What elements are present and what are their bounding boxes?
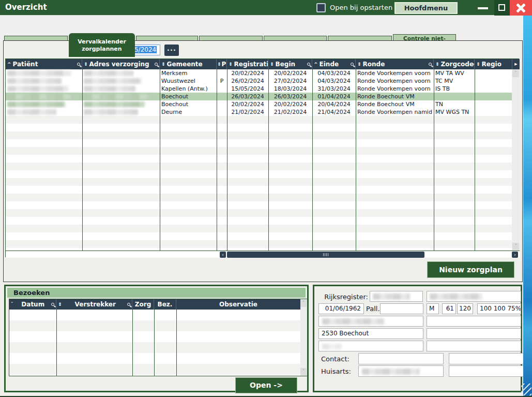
tab-vervalkalender-zorgplannen[interactable]: Vervalkalender zorgplannen bbox=[69, 33, 135, 57]
street-field[interactable] bbox=[318, 316, 423, 327]
contact-extra-field[interactable] bbox=[449, 353, 524, 364]
birth-date-field[interactable]: 01/06/1962 bbox=[318, 303, 364, 314]
vertical-scrollbar[interactable]: ˄ ˅ bbox=[300, 299, 307, 376]
redacted-address bbox=[84, 78, 142, 84]
sort-both-icon: ⇕ bbox=[435, 62, 439, 67]
col-header-zorg[interactable]: Zorg bbox=[132, 299, 154, 310]
value-120-field[interactable]: 120 bbox=[457, 303, 473, 314]
desktop-background bbox=[523, 16, 532, 397]
maximize-button[interactable] bbox=[494, 0, 510, 16]
col-header-datum[interactable]: ˇ Datum bbox=[9, 299, 56, 310]
contact-field[interactable] bbox=[358, 353, 444, 364]
redacted-patient-name bbox=[7, 101, 65, 107]
col-header-verstrekker[interactable]: ⇕ Verstrekker bbox=[56, 299, 132, 310]
more-columns-button[interactable]: ▶ bbox=[512, 59, 520, 69]
col-header-adres-verzorging[interactable]: ⇕ Adres verzorging bbox=[82, 59, 160, 69]
patient-name-field[interactable] bbox=[427, 291, 521, 302]
sort-both-icon: ⇕ bbox=[84, 62, 88, 67]
minimize-button[interactable] bbox=[472, 0, 494, 16]
col-header-zorgcode[interactable]: ⇕ Zorgcode bbox=[434, 59, 475, 69]
table-row[interactable]: Boechout 20/02/2024 20/02/2024 20/04/202… bbox=[6, 100, 512, 108]
gender-field[interactable]: M bbox=[427, 303, 439, 314]
col-header-begin[interactable]: ⇕ Begin bbox=[268, 59, 312, 69]
open-bij-opstarten-checkbox[interactable] bbox=[316, 3, 326, 12]
col-header-p[interactable]: ⇕ P bbox=[217, 59, 227, 69]
redacted-address bbox=[84, 70, 133, 76]
redacted-address bbox=[84, 86, 135, 92]
open-button[interactable]: Open -> bbox=[235, 377, 297, 393]
sort-both-icon: ⇕ bbox=[270, 62, 274, 67]
extra-field[interactable] bbox=[427, 316, 521, 327]
bezoeken-panel: Bezoeken ˇ Datum ⇕ Verstrekker Zorg Bez.… bbox=[4, 285, 309, 392]
table-row-selected[interactable]: Boechout 26/03/2024 26/03/2024 01/04/202… bbox=[6, 93, 512, 100]
hoofdmenu-button[interactable]: Hoofdmenu bbox=[394, 2, 458, 14]
search-icon[interactable] bbox=[77, 63, 80, 66]
vertical-scrollbar[interactable]: ˄ ˅ bbox=[512, 69, 520, 251]
table-row[interactable]: Wuustwezel P 26/02/2024 27/02/2024 04/03… bbox=[6, 77, 512, 85]
col-header-regio[interactable]: ⇕ Regio bbox=[475, 59, 512, 69]
sort-both-icon: ⇕ bbox=[476, 62, 480, 67]
search-icon[interactable] bbox=[51, 303, 54, 306]
age-field[interactable]: 61 bbox=[442, 303, 456, 314]
redacted-phone bbox=[322, 344, 342, 349]
scroll-left-button[interactable]: ‹ bbox=[220, 252, 226, 258]
sort-both-icon: ⇕ bbox=[161, 62, 165, 67]
open-bij-opstarten-label: Open bij opstarten bbox=[330, 4, 392, 11]
search-icon[interactable] bbox=[351, 63, 354, 66]
col-header-gemeente[interactable]: ⇕ Gemeente bbox=[160, 59, 217, 69]
percentages-field[interactable]: 100 100 75% bbox=[477, 303, 521, 314]
patient-info-panel: Rijksregister: 01/06/1962 Pall. M 61 120… bbox=[313, 285, 522, 392]
rijksregister-label: Rijksregister: bbox=[321, 293, 368, 301]
search-icon[interactable] bbox=[127, 303, 130, 306]
grip-icon bbox=[323, 253, 329, 256]
empty-rows-area bbox=[6, 116, 512, 251]
extra-field[interactable] bbox=[427, 341, 521, 351]
bezoeken-title: Bezoeken bbox=[13, 289, 50, 297]
date-picker-button[interactable]: ... bbox=[164, 45, 179, 56]
bezoeken-titlebar: Bezoeken bbox=[7, 288, 306, 298]
search-icon[interactable] bbox=[307, 63, 310, 66]
rijksregister-field[interactable] bbox=[370, 291, 423, 302]
title-bar: Overzicht Open bij opstarten Hoofdmenu bbox=[0, 0, 532, 16]
table-row[interactable]: Merksem 20/02/2024 20/02/2024 04/03/2024… bbox=[6, 69, 512, 77]
horizontal-scrollbar[interactable]: ‹ › bbox=[6, 251, 520, 258]
col-header-bez[interactable]: Bez. bbox=[154, 299, 176, 310]
redacted-street bbox=[322, 318, 384, 325]
sort-asc-icon: ^ bbox=[314, 62, 318, 67]
huisarts-extra-field[interactable] bbox=[449, 365, 524, 377]
col-header-einde[interactable]: ^ Einde bbox=[312, 59, 356, 69]
col-header-registratie[interactable]: ⇕ Registratie bbox=[227, 59, 268, 69]
pall-field[interactable] bbox=[380, 303, 423, 314]
scroll-down-button[interactable]: ˅ bbox=[300, 368, 307, 375]
tab-strip: Vervalkalender voorschriften Vervalkalen… bbox=[0, 16, 523, 40]
redacted-address bbox=[84, 94, 151, 99]
city-field[interactable]: 2530 Boechout bbox=[318, 328, 423, 339]
table-row[interactable]: Kapellen (Antw.) 15/05/2024 18/03/2024 3… bbox=[6, 85, 512, 93]
col-header-ronde[interactable]: ⇕ Ronde bbox=[356, 59, 434, 69]
huisarts-field[interactable] bbox=[358, 365, 444, 377]
sort-both-icon: ⇕ bbox=[58, 302, 62, 307]
scroll-up-button[interactable]: ˄ bbox=[300, 300, 307, 307]
col-header-observatie[interactable]: Observatie bbox=[176, 299, 300, 310]
close-button[interactable] bbox=[510, 0, 532, 16]
redacted-rijksregister bbox=[373, 293, 410, 300]
redacted-patient-name bbox=[7, 78, 62, 84]
scrollbar-thumb[interactable] bbox=[227, 252, 424, 258]
col-header-patient[interactable]: ^ Patiënt bbox=[6, 59, 82, 69]
overzicht-window: Overzicht Open bij opstarten Hoofdmenu V… bbox=[0, 0, 532, 397]
redacted-huisarts bbox=[362, 369, 420, 375]
scroll-up-button[interactable]: ˄ bbox=[512, 70, 519, 77]
phone-field[interactable] bbox=[318, 341, 423, 351]
scroll-down-button[interactable]: ˅ bbox=[512, 243, 519, 250]
redacted-name bbox=[430, 293, 482, 300]
scroll-right-button[interactable]: › bbox=[512, 252, 518, 258]
search-icon[interactable] bbox=[155, 63, 158, 66]
nieuw-zorgplan-button[interactable]: Nieuw zorgplan bbox=[427, 261, 514, 278]
table-row[interactable]: Deurne 21/02/2024 21/02/2024 21/04/2024 … bbox=[6, 108, 512, 116]
pall-label: Pall. bbox=[366, 305, 380, 313]
resize-grip[interactable] bbox=[521, 384, 531, 395]
bezoeken-table: ˇ Datum ⇕ Verstrekker Zorg Bez. Observat… bbox=[9, 299, 307, 376]
redacted-patient-name bbox=[7, 94, 80, 99]
search-icon[interactable] bbox=[429, 63, 432, 66]
extra-field[interactable] bbox=[427, 328, 521, 339]
